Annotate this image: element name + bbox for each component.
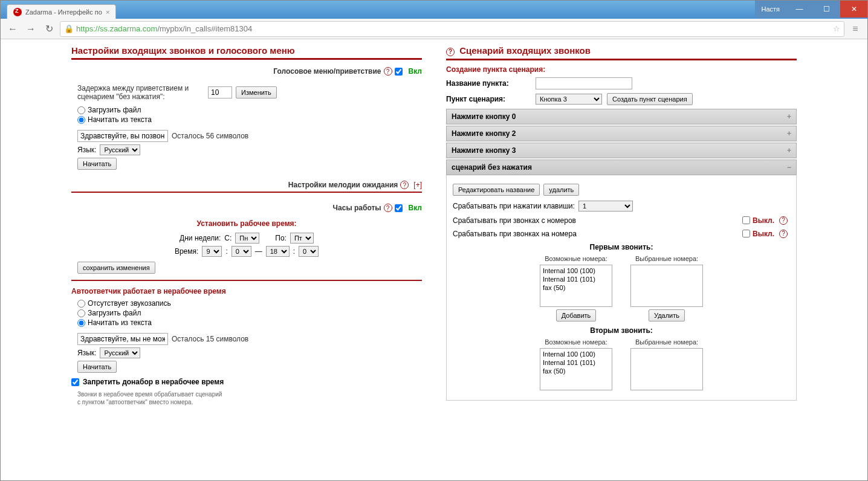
help-icon[interactable]: ? [384, 204, 392, 212]
list-item[interactable]: fax (50) [542, 283, 611, 292]
url-path: /mypbx/in_calls#item81304 [157, 24, 252, 33]
plus-icon: + [787, 146, 791, 155]
scenario-point-select[interactable]: Кнопка 3 [536, 94, 602, 105]
avail-label: Возможные номера: [545, 255, 607, 262]
speak-button[interactable]: Начитать [77, 158, 117, 170]
hours-label: Часы работы [71, 204, 381, 212]
help-icon[interactable]: ? [384, 67, 392, 76]
accordion-button-0[interactable]: Нажмите кнопку 0+ [446, 109, 797, 124]
delete-button[interactable]: удалить [543, 184, 579, 196]
create-point-label: Создание пункта сценария: [446, 65, 797, 74]
point-name-label: Название пункта: [446, 79, 531, 88]
list-item[interactable]: Internal 100 (100) [542, 266, 611, 275]
scenario-point-label: Пункт сценария: [446, 95, 531, 103]
first-call-title: Первым звонить: [453, 243, 790, 251]
favicon-icon [13, 8, 22, 16]
add-button[interactable]: Добавить [556, 309, 597, 321]
to-day-select[interactable]: Пт [290, 233, 314, 244]
min2-select[interactable]: 0 [299, 246, 319, 257]
list-item[interactable]: Internal 101 (101) [542, 275, 611, 283]
left-section-title: Настройки входящих звонков и голосового … [71, 45, 422, 60]
list-item[interactable]: Internal 101 (101) [542, 358, 611, 367]
point-name-input[interactable] [536, 77, 632, 89]
accordion-no-press[interactable]: сценарий без нажатия− [446, 160, 797, 175]
vm-speak-button[interactable]: Начитать [77, 361, 117, 373]
selected-numbers-list-2[interactable] [630, 348, 703, 390]
upload-file-radio[interactable] [77, 106, 85, 114]
delay-input[interactable] [208, 86, 232, 98]
greeting-input[interactable] [77, 130, 168, 142]
hours-toggle[interactable] [395, 204, 403, 212]
help-icon[interactable]: ? [779, 216, 788, 225]
vm-note2: с пунктом "автоответчик" вместо номера. [77, 399, 422, 405]
trigger-key-label: Срабатывать при нажатии клавиши: [453, 202, 575, 210]
remove-button[interactable]: Удалить [649, 309, 685, 321]
window-maximize-icon[interactable]: ☐ [813, 1, 840, 18]
help-icon[interactable]: ? [779, 230, 788, 238]
from-day-select[interactable]: Пн [235, 233, 259, 244]
hour2-select[interactable]: 18 [266, 246, 290, 257]
right-section-title: ? Сценарий входящих звонков [446, 45, 797, 60]
min1-select[interactable]: 0 [232, 246, 251, 257]
menu-icon[interactable]: ≡ [848, 22, 863, 36]
help-icon[interactable]: ? [446, 48, 455, 56]
from-text-radio[interactable] [77, 116, 85, 124]
window-minimize-icon[interactable]: — [786, 1, 813, 18]
forbid-dial-label: Запретить донабор в нерабочее время [83, 378, 224, 386]
create-point-button[interactable]: Создать пункт сценария [607, 93, 693, 105]
url-host: https://ss.zadarma.com [76, 24, 157, 33]
tab-close-icon[interactable]: × [106, 8, 109, 16]
avail-label-2: Возможные номера: [545, 338, 607, 346]
plus-icon: + [787, 129, 791, 138]
lang-select[interactable]: Русский [100, 144, 140, 155]
from-label: С: [224, 234, 232, 242]
help-icon[interactable]: ? [400, 181, 409, 189]
vm-text-input[interactable] [77, 333, 168, 345]
trigger-from-label: Срабатывать при звонках с номеров [453, 216, 576, 225]
plus-icon: + [787, 112, 791, 121]
window-close-icon[interactable]: ✕ [840, 1, 867, 18]
list-item[interactable]: fax (50) [542, 367, 611, 375]
browser-tab[interactable]: Zadarma - Интерфейс по × [7, 4, 116, 19]
available-numbers-list[interactable]: Internal 100 (100) Internal 101 (101) fa… [540, 265, 612, 307]
user-badge[interactable]: Настя [755, 1, 786, 18]
from-text-label: Начитать из текста [88, 115, 152, 124]
reload-icon[interactable]: ↻ [42, 22, 56, 36]
second-call-title: Вторым звонить: [453, 326, 790, 335]
accordion-button-2[interactable]: Нажмите кнопку 2+ [446, 126, 797, 141]
url-input[interactable]: 🔒 https://ss.zadarma.com/mypbx/in_calls#… [60, 21, 844, 37]
delay-label: Задержка между приветствием и сценарием … [77, 84, 204, 101]
days-label: Дни недели: [180, 234, 221, 242]
trigger-key-select[interactable]: 1 [578, 201, 633, 211]
lang-label: Язык: [77, 146, 96, 154]
expand-icon[interactable]: [+] [413, 181, 422, 189]
vm-lang-select[interactable]: Русский [100, 347, 140, 358]
trigger-to-label: Срабатывать при звонках на номера [453, 230, 577, 238]
save-hours-button[interactable]: сохранить изменения [77, 262, 155, 274]
from-numbers-checkbox[interactable] [742, 216, 750, 224]
vm-text-label: Начитать из текста [88, 318, 152, 327]
to-numbers-checkbox[interactable] [742, 230, 750, 237]
vm-upload-label: Загрузить файл [88, 309, 141, 317]
vm-text-radio[interactable] [77, 319, 85, 327]
edit-name-button[interactable]: Редактировать название [453, 184, 540, 196]
available-numbers-list-2[interactable]: Internal 100 (100) Internal 101 (101) fa… [540, 348, 612, 390]
vm-none-label: Отсутствует звукозапись [88, 299, 171, 308]
selected-numbers-list[interactable] [630, 265, 703, 307]
vm-upload-radio[interactable] [77, 309, 85, 317]
forbid-dial-checkbox[interactable] [71, 378, 79, 386]
bookmark-star-icon[interactable]: ☆ [833, 24, 840, 33]
vm-chars-left: Осталось 15 символов [172, 335, 248, 343]
hour1-select[interactable]: 9 [202, 246, 222, 257]
vm-none-radio[interactable] [77, 300, 85, 308]
list-item[interactable]: Internal 100 (100) [542, 350, 611, 358]
back-icon[interactable]: ← [5, 22, 20, 36]
change-button[interactable]: Изменить [236, 86, 277, 98]
voicemail-title: Автоответчик работает в нерабочее время [71, 287, 422, 295]
accordion-button-3[interactable]: Нажмите кнопку 3+ [446, 143, 797, 158]
hold-music-label: Настройки мелодии ожидания [71, 181, 398, 189]
hours-state: Вкл [409, 204, 422, 212]
upload-file-label: Загрузить файл [88, 106, 141, 114]
voice-menu-toggle[interactable] [395, 68, 403, 76]
forward-icon[interactable]: → [24, 22, 38, 36]
